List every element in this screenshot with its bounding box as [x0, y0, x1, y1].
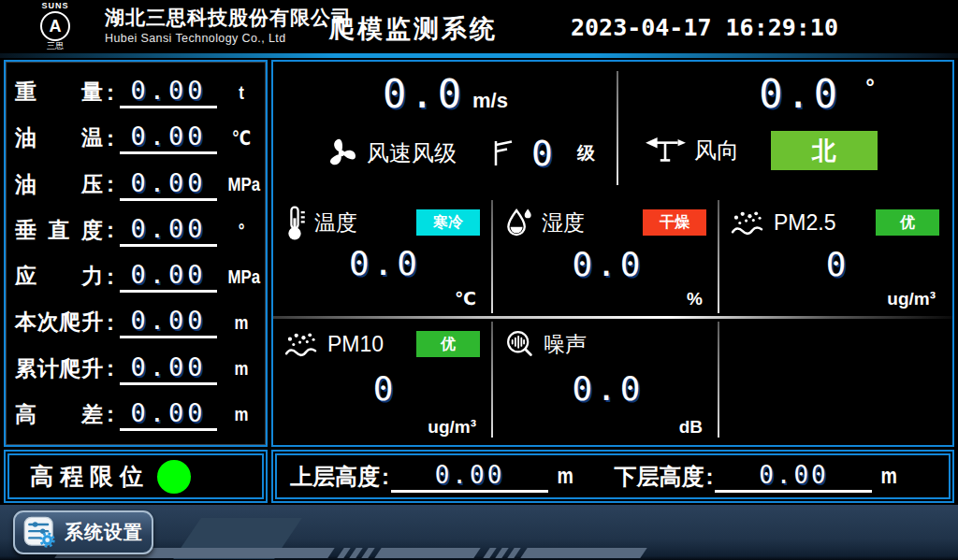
- sensor-cell-pm10: PM10 优 0 ug/m³: [273, 317, 493, 445]
- grid-divider: [718, 322, 719, 438]
- measure-row-oil-temp: 油 温: 0.00 ℃: [15, 115, 258, 161]
- measure-label: 油 压: [15, 170, 103, 199]
- upper-height-value: 0.00: [391, 461, 548, 493]
- wind-speed-reading: 0.0m/s: [273, 71, 617, 117]
- wind-direction-value: 0.0: [759, 71, 841, 117]
- sensor-unit: ug/m³: [887, 289, 945, 313]
- measure-row-total-climb: 累计爬升: 0.00 m: [15, 346, 258, 392]
- measure-unit: ℃: [228, 127, 255, 150]
- decorative-slash: [337, 548, 350, 558]
- logo-circle-a-icon: A: [40, 11, 70, 41]
- measure-row-current-climb: 本次爬升: 0.00 m: [15, 299, 258, 345]
- measurements-panel: 重 量: 0.00 t 油 温: 0.00 ℃ 油 压: 0.00 MPa 垂直…: [4, 60, 268, 447]
- grid-divider: [491, 200, 493, 313]
- wind-direction-badge: 北: [771, 131, 878, 170]
- decorative-slash: [349, 548, 362, 558]
- wind-direction-unit: °: [865, 74, 875, 99]
- elevation-limit-label: 高程限位: [30, 461, 150, 492]
- wind-speed-unit: m/s: [472, 89, 508, 112]
- dust-icon: [731, 209, 765, 237]
- measure-unit: m: [228, 403, 255, 425]
- measure-value: 0.00: [120, 214, 217, 247]
- measure-unit: m: [228, 357, 255, 380]
- environment-panel: 0.0m/s 风速风级 0 级: [271, 60, 954, 447]
- measure-label: 应 力: [15, 262, 103, 291]
- grid-divider: [718, 200, 719, 313]
- sensor-value: 0.0: [284, 238, 486, 288]
- sensor-unit: ℃: [455, 288, 486, 313]
- measure-label: 高 差: [15, 400, 103, 429]
- sensor-name: 温度: [314, 208, 357, 237]
- upper-height-label: 上层高度: [290, 462, 380, 492]
- sensor-value: 0: [284, 360, 486, 417]
- decorative-slash: [361, 548, 374, 558]
- status-badge: 寒冷: [416, 209, 480, 236]
- company-logo: SUNS A 三思: [22, 2, 88, 50]
- sensor-name: 湿度: [542, 208, 585, 237]
- layer-heights-box: 上层高度: 0.00 m 下层高度: 0.00 m: [271, 450, 954, 503]
- measure-value: 0.00: [120, 76, 217, 108]
- sensor-unit: %: [687, 289, 712, 313]
- measure-unit: MPa: [228, 173, 255, 195]
- grid-divider: [491, 322, 493, 438]
- wind-direction-reading: 0.0°: [619, 71, 952, 117]
- wind-section-divider: [617, 71, 618, 185]
- lower-height-value: 0.00: [715, 461, 872, 493]
- wind-scale-label: 风速风级: [367, 138, 457, 168]
- sensor-value: 0.0: [504, 238, 712, 289]
- fan-icon: [324, 136, 359, 171]
- wind-scale-row: 风速风级 0 级: [273, 133, 617, 174]
- wind-flag-icon: [492, 139, 515, 167]
- noise-icon: [504, 329, 535, 360]
- company-name: 湖北三思科技股份有限公司 Hubei Sansi Technology Co.,…: [105, 7, 352, 46]
- wind-direction-label: 风向: [694, 136, 739, 165]
- upper-height-unit: m: [558, 464, 573, 489]
- page-title: 爬模监测系统: [329, 12, 498, 46]
- status-badge: 优: [876, 209, 939, 236]
- sensor-name: 噪声: [544, 330, 587, 359]
- decorative-slash: [495, 548, 508, 558]
- sensor-name: PM2.5: [774, 210, 835, 236]
- measure-row-oil-pressure: 油 压: 0.00 MPa: [15, 162, 258, 208]
- upper-height-group: 上层高度: 0.00 m: [290, 461, 574, 493]
- wind-scale-unit: 级: [577, 141, 595, 165]
- sensor-cell-temperature: 温度 寒冷 0.0 ℃: [273, 195, 493, 317]
- measure-row-height-diff: 高 差: 0.00 m: [15, 392, 258, 438]
- measure-unit: m: [228, 311, 255, 334]
- sensor-name: PM10: [327, 332, 384, 357]
- measure-row-weight: 重 量: 0.00 t: [15, 69, 258, 115]
- sensor-value: 0.0: [504, 360, 712, 417]
- climbing-formwork-monitor-screen: SUNS A 三思 湖北三思科技股份有限公司 Hubei Sansi Techn…: [0, 0, 958, 560]
- status-indicator-light: [157, 460, 191, 494]
- status-badge: 优: [416, 331, 480, 357]
- sensor-value: 0: [731, 238, 945, 289]
- wind-direction-section: 0.0° 风向 北: [619, 62, 952, 195]
- elevation-limit-box: 高程限位: [4, 450, 268, 503]
- lower-height-unit: m: [881, 464, 897, 489]
- droplet-icon: [504, 207, 533, 239]
- decorative-stripe: [520, 548, 646, 558]
- sensor-grid: 温度 寒冷 0.0 ℃ 湿度 干燥: [273, 195, 952, 445]
- measure-unit: t: [228, 81, 255, 104]
- header: SUNS A 三思 湖北三思科技股份有限公司 Hubei Sansi Techn…: [0, 0, 958, 53]
- sensor-unit: ug/m³: [428, 417, 486, 441]
- lower-height-group: 下层高度: 0.00 m: [614, 461, 898, 493]
- dust-icon: [284, 331, 319, 358]
- header-accent-line: [0, 53, 958, 58]
- bottom-toolbar: 系统设置: [0, 505, 958, 560]
- decorative-slash: [507, 548, 520, 558]
- measure-label: 本次爬升: [15, 308, 103, 337]
- measure-row-stress: 应 力: 0.00 MPa: [15, 253, 258, 299]
- measure-label: 重 量: [15, 78, 103, 107]
- measure-row-verticality: 垂直度: 0.00 °: [15, 208, 258, 253]
- wind-scale-value: 0: [531, 133, 553, 174]
- measure-unit: °: [228, 219, 255, 241]
- measure-label: 垂直度: [15, 216, 103, 245]
- measure-value: 0.00: [120, 398, 217, 431]
- system-settings-button[interactable]: 系统设置: [13, 510, 153, 554]
- datetime-display: 2023-04-17 16:29:10: [571, 14, 838, 41]
- measure-label: 油 温: [15, 123, 103, 152]
- lower-height-label: 下层高度: [614, 462, 704, 492]
- measure-label: 累计爬升: [15, 354, 103, 383]
- logo-suns-text: SUNS: [22, 2, 88, 10]
